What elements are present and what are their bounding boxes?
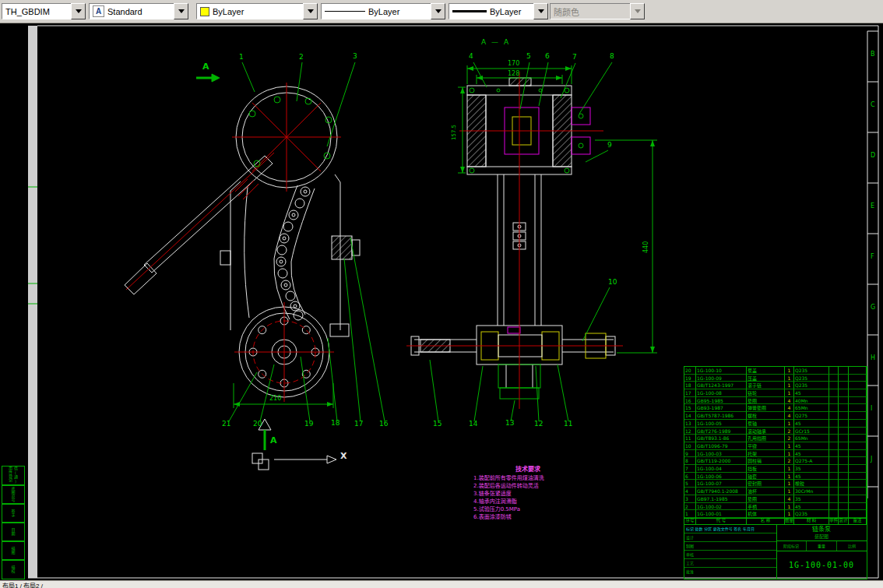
parts-cell-mat: 45 [794, 420, 829, 428]
lineweight-combo[interactable]: ByLayer [449, 3, 548, 19]
dimstyle-value: TH_GBDIM [5, 7, 50, 16]
parts-cell-u [829, 382, 839, 389]
parts-cell-qty: 1 [785, 442, 794, 450]
color-dropdown-arrow[interactable] [303, 3, 318, 19]
parts-cell-no: 12 [684, 428, 696, 435]
linetype-combo[interactable]: ByLayer [321, 3, 445, 19]
parts-cell-qty: 4 [785, 412, 794, 420]
parts-cell-no: 11 [684, 435, 696, 442]
parts-cell-name: 弹簧垫圈 [747, 404, 785, 412]
parts-cell-mat: Q235 [794, 382, 829, 389]
dimstyle-combo[interactable]: TH_GBDIM [2, 3, 86, 19]
lineweight-dropdown-arrow[interactable] [533, 3, 548, 19]
color-combo[interactable]: ByLayer [196, 3, 318, 19]
zone-letter: E [871, 203, 874, 209]
parts-cell-no: 13 [684, 420, 696, 428]
parts-cell-name: 油杯 [747, 488, 785, 495]
parts-cell-no: 14 [684, 412, 696, 420]
parts-cell-u [829, 389, 839, 397]
linetype-preview-icon [325, 11, 365, 12]
properties-toolbar: TH_GBDIM A Standard ByLayer ByLayer ByLa… [0, 0, 883, 23]
parts-cell-code: 1G-100-10 [696, 367, 747, 375]
parts-cell-code: 1G-100-05 [696, 420, 747, 428]
parts-cell-note [849, 397, 867, 405]
text-style-icon: A [93, 5, 104, 17]
parts-cell-t [839, 404, 849, 412]
zone-letter: F [871, 254, 874, 260]
parts-cell-no: 4 [684, 488, 696, 495]
lineweight-preview-icon [452, 10, 487, 12]
parts-cell-name: 螺栓 [747, 412, 785, 420]
tb-label: 设计 [684, 533, 776, 542]
layout-tabs-text[interactable]: 布局1 / 布局2 / [2, 581, 43, 588]
parts-cell-code: 1G-100-08 [696, 389, 747, 397]
dim-440: 440 [643, 241, 649, 253]
parts-header-cell: 备注 [849, 517, 867, 524]
chevron-down-icon [76, 9, 82, 13]
parts-cell-no: 20 [684, 367, 696, 375]
parts-cell-u [829, 375, 839, 382]
chevron-down-icon [308, 9, 314, 13]
note-line: 1.装配前所有零件用煤油清洗 [473, 474, 582, 482]
part-balloon: 1 [239, 54, 244, 61]
parts-cell-qty: 4 [785, 397, 794, 405]
parts-cell-name: 垫圈 [747, 495, 785, 503]
linetype-dropdown-arrow[interactable] [431, 3, 445, 19]
technical-notes: 技术要求 1.装配前所有零件用煤油清洗 2.装配后各运动件转动灵活 3.链条张紧… [473, 464, 582, 521]
parts-cell-code: GB/T1243-1997 [696, 382, 747, 389]
parts-cell-qty: 1 [785, 382, 794, 389]
zone-letter: H [871, 355, 875, 361]
parts-header-cell: 序号 [684, 517, 696, 524]
notes-title: 技术要求 [473, 464, 582, 473]
parts-cell-note [849, 495, 867, 503]
parts-cell-note [849, 450, 867, 458]
margin-label: 日期 [2, 522, 25, 542]
parts-cell-t [839, 457, 849, 465]
parts-cell-code: 1G-100-02 [696, 503, 747, 511]
parts-cell-code: 1G-100-04 [696, 465, 747, 473]
tb-label: 批准 [684, 568, 776, 576]
plotstyle-combo: 随颜色 [550, 3, 645, 19]
parts-cell-note [849, 389, 867, 397]
chevron-down-icon [635, 9, 641, 13]
parts-cell-name: 滚子链 [747, 382, 785, 389]
parts-cell-name: 链轮 [747, 389, 785, 397]
chevron-down-icon [538, 9, 544, 13]
part-balloon: 18 [331, 420, 339, 427]
parts-cell-no: 6 [684, 473, 696, 481]
part-balloon: 15 [433, 421, 442, 428]
note-line: 3.链条张紧适度 [473, 490, 582, 498]
drawing-number: 1G-100-01-00 [776, 551, 867, 579]
textstyle-combo[interactable]: A Standard [89, 3, 188, 19]
parts-cell-u [829, 404, 839, 412]
dimstyle-dropdown-arrow[interactable] [71, 3, 86, 19]
textstyle-dropdown-arrow[interactable] [174, 3, 188, 19]
parts-cell-no: 16 [684, 397, 696, 405]
plotstyle-value: 随颜色 [554, 5, 579, 18]
parts-cell-t [839, 428, 849, 435]
parts-cell-qty: 2 [785, 428, 794, 435]
parts-cell-code: GB93-1987 [696, 404, 747, 412]
zone-letter: I [871, 406, 872, 412]
zone-letter: C [871, 102, 875, 108]
note-line: 4.轴承内注润滑脂 [473, 498, 582, 505]
parts-cell-no: 18 [684, 382, 696, 389]
section-view [406, 62, 657, 421]
parts-cell-code: GB95-1985 [696, 397, 747, 405]
parts-cell-t [839, 488, 849, 495]
parts-cell-name: 平键 [747, 442, 785, 450]
parts-header-cell: 名 称 [747, 517, 785, 524]
layout-tabs-bar[interactable]: 布局1 / 布局2 / [0, 580, 883, 588]
parts-cell-code: GB/T1096-79 [696, 442, 747, 450]
parts-cell-qty: 1 [785, 473, 794, 481]
parts-cell-name: 垫圈 [747, 397, 785, 405]
parts-cell-no: 10 [684, 442, 696, 450]
parts-cell-name: 滚动轴承 [747, 428, 785, 435]
lineweight-value: ByLayer [490, 7, 521, 16]
section-marker-top: A [202, 62, 209, 71]
model-space[interactable]: A — A A A X 210 170 128 440 157.5 B C D … [0, 0, 883, 588]
parts-cell-mat: 65Mn [794, 404, 829, 412]
parts-cell-mat: Q275-A [794, 457, 829, 465]
parts-cell-name: 托架 [747, 450, 785, 458]
parts-cell-no: 19 [684, 375, 696, 382]
